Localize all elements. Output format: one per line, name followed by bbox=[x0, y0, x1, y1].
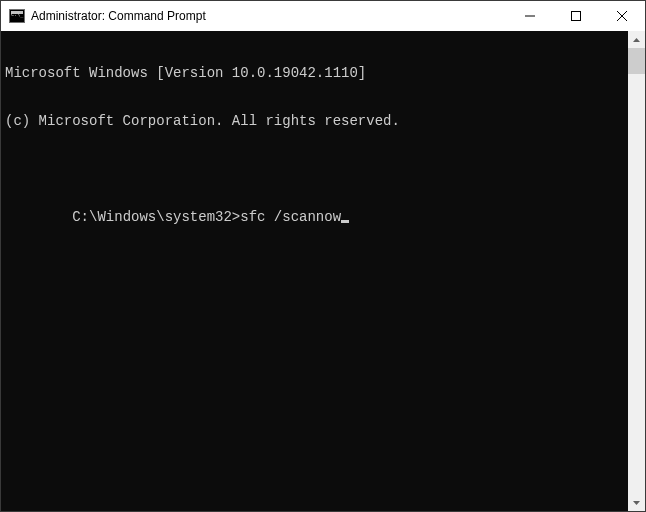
scroll-thumb[interactable] bbox=[628, 48, 645, 74]
maximize-icon bbox=[571, 11, 581, 21]
client-area: Microsoft Windows [Version 10.0.19042.11… bbox=[1, 31, 645, 511]
prompt-path: C:\Windows\system32> bbox=[72, 209, 240, 225]
close-icon bbox=[617, 11, 627, 21]
terminal-prompt-line: C:\Windows\system32>sfc /scannow bbox=[5, 193, 624, 241]
arrow-down-icon bbox=[633, 501, 640, 505]
cmd-icon bbox=[9, 9, 25, 23]
terminal-line: (c) Microsoft Corporation. All rights re… bbox=[5, 113, 624, 129]
terminal[interactable]: Microsoft Windows [Version 10.0.19042.11… bbox=[1, 31, 628, 511]
text-cursor bbox=[341, 220, 349, 223]
svg-rect-0 bbox=[572, 12, 581, 21]
title-area: Administrator: Command Prompt bbox=[1, 9, 507, 23]
maximize-button[interactable] bbox=[553, 1, 599, 31]
close-button[interactable] bbox=[599, 1, 645, 31]
scroll-down-button[interactable] bbox=[628, 494, 645, 511]
scroll-up-button[interactable] bbox=[628, 31, 645, 48]
minimize-button[interactable] bbox=[507, 1, 553, 31]
cmd-window: Administrator: Command Prompt Microsoft … bbox=[0, 0, 646, 512]
arrow-up-icon bbox=[633, 38, 640, 42]
scroll-track[interactable] bbox=[628, 48, 645, 494]
vertical-scrollbar[interactable] bbox=[628, 31, 645, 511]
titlebar[interactable]: Administrator: Command Prompt bbox=[1, 1, 645, 31]
window-title: Administrator: Command Prompt bbox=[31, 9, 206, 23]
command-input[interactable]: sfc /scannow bbox=[240, 209, 341, 225]
terminal-line: Microsoft Windows [Version 10.0.19042.11… bbox=[5, 65, 624, 81]
window-controls bbox=[507, 1, 645, 31]
minimize-icon bbox=[525, 11, 535, 21]
